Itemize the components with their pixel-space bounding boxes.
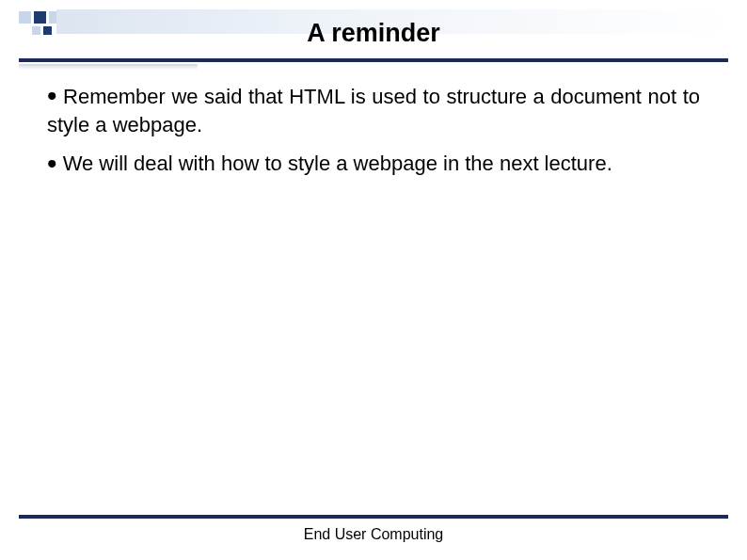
divider-line bbox=[19, 58, 728, 62]
slide-footer: End User Computing bbox=[0, 526, 747, 543]
divider-line bbox=[19, 515, 728, 519]
bullet-item: • Remember we said that HTML is used to … bbox=[47, 83, 700, 138]
bullet-text: Remember we said that HTML is used to st… bbox=[47, 85, 700, 136]
divider-shadow bbox=[19, 64, 198, 70]
bullet-text: We will deal with how to style a webpage… bbox=[63, 152, 612, 175]
bullet-icon: • bbox=[47, 148, 57, 179]
slide-header: A reminder bbox=[0, 0, 747, 64]
slide-title: A reminder bbox=[0, 19, 747, 48]
slide-content: • Remember we said that HTML is used to … bbox=[47, 83, 700, 189]
bullet-item: • We will deal with how to style a webpa… bbox=[47, 150, 700, 178]
bullet-icon: • bbox=[47, 80, 57, 111]
